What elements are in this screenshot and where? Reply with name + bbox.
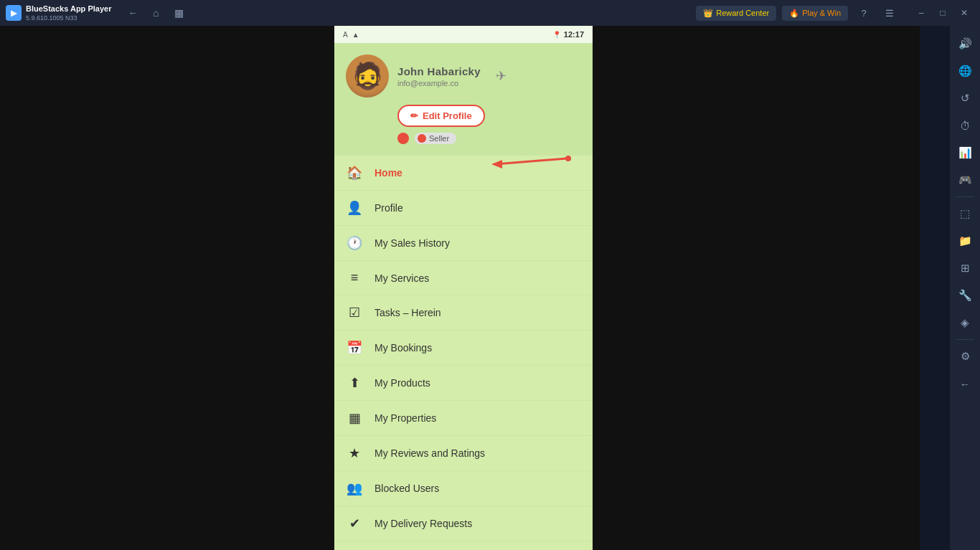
status-icon-a: A [343,31,348,39]
menu-label-bookings: My Bookings [374,342,432,354]
menu-item-bookings[interactable]: 📅My Bookings [334,331,593,366]
performance-icon: 📊 [958,146,972,159]
menu-item-tasks[interactable]: ☑Tasks – Herein [334,295,593,331]
profile-email: info@example.co [397,79,481,87]
window-controls: – □ ✕ [911,3,974,23]
status-icon-b: ▲ [352,31,359,39]
menu-label-services: My Services [374,272,429,284]
send-icon: ✈ [496,68,507,84]
gamepad-icon: 🎮 [958,174,972,186]
rs-rotate-button[interactable]: ↺ [953,86,977,110]
multiwindow-nav-button[interactable]: ▦ [169,3,189,23]
edit-profile-button[interactable]: ✏ Edit Profile [397,105,485,127]
menu-label-profile: Profile [374,202,403,214]
profile-row: 🧔 John Habaricky info@example.co ✈ [346,54,514,98]
services-icon: ≡ [346,270,363,285]
rs-globe-button[interactable]: 🌐 [953,59,977,83]
rs-gamepad-button[interactable]: 🎮 [953,168,977,192]
right-sidebar: 🔊 🌐 ↺ ⏱ 📊 🎮 ⬚ 📁 ⊞ 🔧 ◈ ⚙ ← [950,26,980,550]
menu-item-services[interactable]: ≡My Services [334,261,593,295]
menu-label-home: Home [374,167,402,179]
bluestacks-titlebar: ▶ BlueStacks App Player 5.9.610.1005 N33… [0,0,980,26]
bs-right-buttons: 👑 Reward Center 🔥 Play & Win ? ☰ – □ ✕ [696,3,974,23]
rs-volume-button[interactable]: 🔊 [953,32,977,56]
menu-item-products[interactable]: ⬆My Products [334,366,593,401]
products-icon: ⬆ [346,375,363,391]
rs-folder-button[interactable]: 📁 [953,229,977,253]
status-time: 12:17 [564,30,584,39]
menu-item-properties[interactable]: ▦My Properties [334,401,593,436]
close-button[interactable]: ✕ [954,3,974,23]
menu-item-sales-history[interactable]: 🕐My Sales History [334,226,593,261]
profile-info: John Habaricky info@example.co [397,65,481,87]
tasks-icon: ☑ [346,305,363,321]
help-button[interactable]: ? [854,3,874,23]
rs-back-button[interactable]: ← [953,371,977,396]
crown-icon: 👑 [703,9,713,18]
seller-toggle-row: Seller [397,133,456,144]
home-nav-button[interactable]: ⌂ [146,3,166,23]
bs-nav-buttons: ← ⌂ ▦ [123,3,189,23]
settings-icon: ⚙ [961,350,970,363]
rs-grid-button[interactable]: ⊞ [953,256,977,280]
menu-item-delivery[interactable]: ✔My Delivery Requests [334,506,593,541]
rs-fullscreen-button[interactable]: ⬚ [953,201,977,226]
tools-icon: 🔧 [958,289,972,302]
hamburger-button[interactable]: ☰ [880,3,900,23]
fire-icon: 🔥 [789,9,799,18]
rs-performance-button[interactable]: 📊 [953,141,977,165]
back-nav-button[interactable]: ← [123,3,143,23]
avatar: 🧔 [346,54,389,98]
menu-item-blocked[interactable]: 👥Blocked Users [334,471,593,506]
bookings-icon: 📅 [346,340,363,356]
avatar-face: 🧔 [346,54,389,98]
menu-label-sales-history: My Sales History [374,237,450,249]
bs-version: 5.9.610.1005 N33 [26,14,111,22]
bs-app-name: BlueStacks App Player [26,4,111,14]
maximize-button[interactable]: □ [933,3,953,23]
rs-divider-2 [956,339,974,340]
menu-label-tasks: Tasks – Herein [374,307,441,318]
menu-item-settings[interactable]: ⚙Account Settings [334,541,593,550]
main-area: A ▲ 📍 12:17 🧔 John Habaricky info@exampl… [0,26,950,550]
send-message-button[interactable]: ✈ [489,64,514,88]
back-icon: ← [960,378,971,390]
rotate-icon: ↺ [961,92,970,105]
phone-screen: A ▲ 📍 12:17 🧔 John Habaricky info@exampl… [334,26,593,550]
profile-section: 🧔 John Habaricky info@example.co ✈ ✏ Edi… [334,43,593,156]
reward-center-button[interactable]: 👑 Reward Center [696,6,776,21]
sales-history-icon: 🕐 [346,235,363,251]
play-win-button[interactable]: 🔥 Play & Win [782,6,848,21]
profile-name: John Habaricky [397,65,481,77]
home-icon: 🏠 [346,165,363,181]
rs-timer-button[interactable]: ⏱ [953,113,977,138]
black-left-bg [0,26,334,550]
bs-logo-icon: ▶ [6,5,22,21]
status-bar: A ▲ 📍 12:17 [334,26,593,43]
menu-list: 🏠Home👤Profile🕐My Sales History≡My Servic… [334,156,593,550]
minimize-button[interactable]: – [911,3,931,23]
rs-divider-1 [956,196,974,197]
fullscreen-icon: ⬚ [960,207,970,220]
rs-diamond-button[interactable]: ◈ [953,310,977,335]
rs-settings-button[interactable]: ⚙ [953,344,977,369]
menu-item-profile[interactable]: 👤Profile [334,191,593,226]
right-panel-bg [593,26,920,550]
folder-icon: 📁 [958,234,972,247]
location-icon: 📍 [552,31,561,39]
grid-icon: ⊞ [961,262,970,275]
seller-toggle-button[interactable]: Seller [415,133,456,144]
globe-icon: 🌐 [958,65,972,77]
delivery-icon: ✔ [346,516,363,531]
bluestacks-logo: ▶ BlueStacks App Player 5.9.610.1005 N33 [6,4,111,21]
menu-item-home[interactable]: 🏠Home [334,156,593,191]
rs-tools-button[interactable]: 🔧 [953,283,977,308]
timer-icon: ⏱ [960,120,971,132]
menu-label-products: My Products [374,377,430,389]
diamond-icon: ◈ [961,316,969,329]
edit-icon: ✏ [410,110,418,121]
status-left: A ▲ [343,31,359,39]
menu-item-reviews[interactable]: ★My Reviews and Ratings [334,436,593,471]
menu-label-properties: My Properties [374,412,436,424]
reviews-icon: ★ [346,445,363,461]
